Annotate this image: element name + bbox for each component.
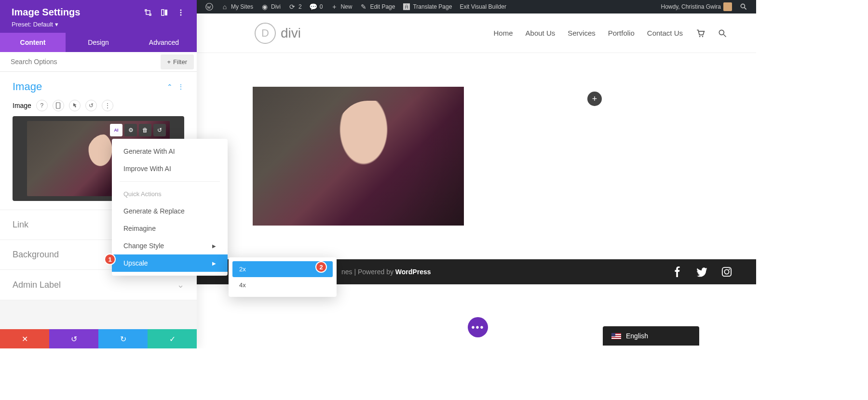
help-icon[interactable]: ? [36, 100, 48, 111]
twitter-icon[interactable] [696, 267, 708, 277]
svg-point-16 [729, 268, 730, 269]
menu-generate-ai[interactable]: Generate With AI [112, 143, 228, 160]
page-image-module[interactable] [253, 87, 464, 226]
wp-logo[interactable] [202, 0, 217, 13]
svg-point-4 [702, 36, 704, 37]
instagram-icon[interactable] [721, 267, 732, 277]
save-button[interactable]: ✓ [148, 329, 197, 348]
collapse-icon[interactable]: ⌃ [167, 83, 173, 91]
preset-selector[interactable]: Preset: Default ▾ [12, 21, 185, 28]
plus-icon: + [167, 58, 171, 66]
add-section-button[interactable]: + [587, 92, 602, 106]
svg-rect-7 [146, 11, 150, 14]
edit-page-link[interactable]: ✎Edit Page [356, 0, 399, 13]
responsive-icon[interactable] [53, 100, 64, 111]
reset-icon[interactable]: ↺ [153, 124, 166, 136]
site-header: D divi Home About Us Services Portfolio … [197, 13, 756, 53]
field-label: Image [13, 102, 31, 109]
divi-site-link[interactable]: ◉Divi [257, 0, 285, 13]
ai-button[interactable]: AI [110, 124, 122, 136]
more-icon[interactable] [176, 8, 185, 17]
panel-tabs: Content Design Advanced [0, 33, 197, 52]
svg-point-1 [741, 4, 745, 8]
snap-icon[interactable] [160, 8, 169, 17]
ai-context-menu: Generate With AI Improve With AI Quick A… [112, 139, 228, 276]
my-sites-link[interactable]: ⌂My Sites [217, 0, 257, 13]
nav-about[interactable]: About Us [526, 29, 556, 37]
svg-point-11 [180, 12, 182, 13]
menu-reimagine[interactable]: Reimagine [112, 220, 228, 237]
updates-link[interactable]: ⟳2 [285, 0, 306, 13]
more-icon[interactable]: ⋮ [177, 83, 184, 91]
chevron-right-icon: ▶ [212, 261, 216, 266]
divi-fab[interactable]: ••• [468, 317, 488, 337]
filter-button[interactable]: +Filter [161, 54, 194, 69]
search-row: +Filter [0, 52, 197, 72]
section-title-text: Image [13, 80, 42, 93]
reset-icon[interactable]: ↺ [85, 100, 97, 111]
wordpress-icon [205, 3, 213, 11]
svg-rect-9 [165, 10, 167, 15]
plus-icon: + [330, 3, 338, 11]
new-link[interactable]: +New [326, 0, 356, 13]
nav-services[interactable]: Services [568, 29, 596, 37]
menu-change-style[interactable]: Change Style▶ [112, 237, 228, 254]
svg-point-15 [724, 269, 729, 274]
howdy-user[interactable]: Howdy, Christina Gwira [657, 2, 736, 11]
expand-icon[interactable] [144, 8, 152, 17]
nav-portfolio[interactable]: Portfolio [608, 29, 635, 37]
chevron-right-icon: ▶ [212, 243, 216, 249]
tab-content[interactable]: Content [0, 33, 66, 52]
translate-link[interactable]: 🅰Translate Page [399, 0, 456, 13]
svg-point-10 [180, 9, 182, 11]
redo-button[interactable]: ↻ [98, 329, 148, 348]
footer-text: nes | Powered by WordPress [341, 268, 431, 276]
gear-icon[interactable]: ⚙ [124, 124, 137, 136]
hover-icon[interactable] [69, 100, 81, 111]
panel-header: Image Settings Preset: Default ▾ [0, 0, 197, 33]
svg-line-2 [745, 8, 746, 10]
svg-rect-8 [162, 10, 164, 15]
pencil-icon: ✎ [360, 3, 367, 11]
more-icon[interactable]: ⋮ [102, 100, 113, 111]
menu-improve-ai[interactable]: Improve With AI [112, 160, 228, 177]
menu-generate-replace[interactable]: Generate & Replace [112, 202, 228, 220]
search-icon [740, 3, 747, 11]
trash-icon[interactable]: 🗑 [139, 124, 151, 136]
nav-home[interactable]: Home [494, 29, 513, 37]
undo-button[interactable]: ↺ [49, 329, 98, 348]
search-toggle[interactable] [736, 3, 751, 11]
callout-badge-1: 1 [104, 253, 116, 265]
cancel-button[interactable]: ✕ [0, 329, 49, 348]
tab-advanced[interactable]: Advanced [131, 33, 197, 52]
avatar [723, 2, 732, 11]
svg-rect-13 [56, 103, 60, 108]
menu-quick-actions-header: Quick Actions [112, 186, 228, 202]
menu-upscale[interactable]: Upscale▶ [112, 254, 228, 272]
panel-footer: ✕ ↺ ↻ ✓ [0, 329, 197, 348]
wp-admin-bar: ⌂My Sites ◉Divi ⟳2 💬0 +New ✎Edit Page 🅰T… [197, 0, 756, 13]
facebook-icon[interactable] [672, 267, 683, 277]
svg-point-5 [719, 30, 724, 35]
svg-line-6 [724, 34, 726, 37]
logo-icon: D [255, 23, 276, 44]
svg-point-12 [180, 14, 182, 15]
tab-design[interactable]: Design [66, 33, 131, 52]
logo-text: divi [281, 26, 301, 41]
site-logo[interactable]: D divi [255, 23, 301, 44]
cart-icon[interactable] [695, 28, 705, 38]
translate-icon: 🅰 [403, 3, 410, 11]
search-icon[interactable] [718, 28, 727, 38]
chevron-down-icon: ⌄ [177, 280, 184, 290]
search-input[interactable] [0, 52, 161, 71]
svg-point-3 [699, 36, 701, 37]
callout-badge-2: 2 [315, 261, 327, 273]
refresh-icon: ⟳ [288, 3, 296, 11]
comments-link[interactable]: 💬0 [306, 0, 327, 13]
language-switcher[interactable]: English [603, 326, 699, 346]
exit-vb-link[interactable]: Exit Visual Builder [456, 0, 510, 13]
upscale-4x[interactable]: 4x [232, 277, 333, 293]
us-flag-icon [611, 333, 621, 339]
gauge-icon: ◉ [261, 3, 269, 11]
nav-contact[interactable]: Contact Us [647, 29, 683, 37]
